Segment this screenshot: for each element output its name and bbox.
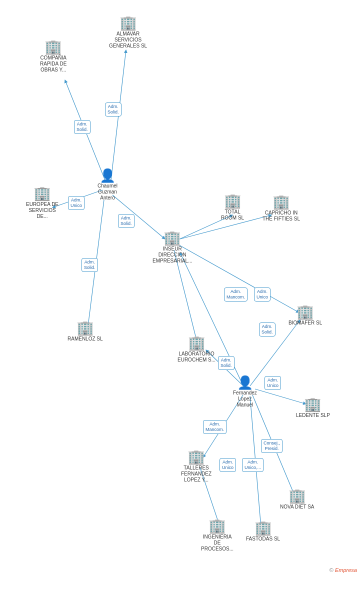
ramenloz-node: 🏢 RAMENLOZ SL bbox=[68, 321, 103, 342]
biomafer-building-icon: 🏢 bbox=[296, 305, 314, 319]
europea-building-icon: 🏢 bbox=[34, 186, 51, 200]
badge-adm-unico-5: Adm.Unico,... bbox=[242, 458, 264, 472]
badge-consej-presid: Consej.,Presid. bbox=[261, 439, 282, 453]
capricho-label: CAPRICHO INTHE FIFTIES SL bbox=[262, 210, 300, 222]
novadiet-label: NOVA DIET SA bbox=[280, 504, 314, 510]
inseur-node: 🏢 INSEURDIRECCIONEMPRESARIAL... bbox=[152, 231, 192, 264]
watermark-copy: © bbox=[330, 567, 334, 573]
ledente-label: LEDENTE SLP bbox=[296, 412, 330, 418]
capricho-building-icon: 🏢 bbox=[272, 195, 290, 209]
laboratorio-label: LABORATORIOEUROCHEM S... bbox=[178, 351, 216, 363]
laboratorio-node: 🏢 LABORATORIOEUROCHEM S... bbox=[178, 336, 216, 363]
totalroom-node: 🏢 TOTALROOM SL bbox=[221, 194, 244, 221]
fastodas-label: FASTODAS SL bbox=[246, 536, 280, 542]
badge-adm-solid-5: Adm.Solid. bbox=[259, 322, 276, 336]
badge-adm-unico-4: Adm.Unico bbox=[220, 458, 236, 472]
badge-adm-unico-2: Adm.Unico bbox=[254, 288, 270, 302]
chaumel-node: 👤 ChaumelGuzmanAntero bbox=[98, 169, 118, 201]
watermark: © Empresa bbox=[330, 567, 357, 573]
ingenieria-node: 🏢 INGENIERIADEPROCESOS... bbox=[201, 519, 234, 552]
ingenieria-building-icon: 🏢 bbox=[208, 519, 226, 533]
badge-adm-mancom-2: Adm.Mancom. bbox=[203, 420, 226, 434]
compania-building-icon: 🏢 bbox=[44, 40, 62, 54]
almavar-label: ALMAVARSERVICIOSGENERALES SL bbox=[109, 31, 147, 49]
watermark-brand: Empresa bbox=[335, 567, 357, 573]
europea-node: 🏢 EUROPEA DESERVICIOSDE... bbox=[26, 186, 58, 220]
ramenloz-building-icon: 🏢 bbox=[76, 321, 94, 335]
ledente-node: 🏢 LEDENTE SLP bbox=[296, 398, 330, 418]
compania-node: 🏢 COMPAÑIARAPIDA DEOBRAS Y... bbox=[40, 40, 66, 73]
badge-adm-solid-4: Adm.Solid. bbox=[82, 258, 98, 272]
chaumel-person-icon: 👤 bbox=[100, 169, 116, 182]
svg-line-8 bbox=[179, 245, 299, 312]
laboratorio-building-icon: 🏢 bbox=[188, 336, 206, 350]
fastodas-building-icon: 🏢 bbox=[254, 521, 272, 535]
fernandez-label: FernandezLopezManuel bbox=[233, 390, 257, 408]
badge-adm-solid-3: Adm.Solid. bbox=[118, 214, 134, 228]
inseur-building-icon: 🏢 bbox=[164, 231, 181, 245]
totalroom-building-icon: 🏢 bbox=[224, 194, 242, 208]
novadiet-building-icon: 🏢 bbox=[288, 489, 306, 503]
inseur-label: INSEURDIRECCIONEMPRESARIAL... bbox=[152, 246, 192, 264]
badge-adm-unico-1: Adm.Unico bbox=[68, 196, 84, 210]
biomafer-node: 🏢 BIOMAFER SL bbox=[288, 305, 322, 326]
fernandez-person-icon: 👤 bbox=[237, 376, 253, 389]
badge-adm-mancom-1: Adm.Mancom. bbox=[224, 288, 248, 302]
svg-line-7 bbox=[174, 250, 198, 344]
almavar-node: 🏢 ALMAVARSERVICIOSGENERALES SL bbox=[109, 16, 147, 49]
talleres-node: 🏢 TALLERESFERNANDEZLOPEZ Y... bbox=[181, 450, 212, 483]
europea-label: EUROPEA DESERVICIOSDE... bbox=[26, 202, 58, 220]
ledente-building-icon: 🏢 bbox=[304, 398, 322, 412]
talleres-building-icon: 🏢 bbox=[188, 450, 205, 464]
capricho-node: 🏢 CAPRICHO INTHE FIFTIES SL bbox=[262, 195, 300, 222]
novadiet-node: 🏢 NOVA DIET SA bbox=[280, 489, 314, 510]
badge-adm-solid-2: Adm.Solid. bbox=[74, 120, 90, 134]
fastodas-node: 🏢 FASTODAS SL bbox=[246, 521, 280, 542]
compania-label: COMPAÑIARAPIDA DEOBRAS Y... bbox=[40, 55, 66, 73]
ramenloz-label: RAMENLOZ SL bbox=[68, 336, 103, 342]
chaumel-label: ChaumelGuzmanAntero bbox=[98, 183, 118, 201]
almavar-building-icon: 🏢 bbox=[120, 16, 137, 30]
badge-adm-solid-6: Adm.Solid. bbox=[218, 356, 234, 370]
ingenieria-label: INGENIERIADEPROCESOS... bbox=[201, 534, 234, 552]
biomafer-label: BIOMAFER SL bbox=[288, 320, 322, 326]
talleres-label: TALLERESFERNANDEZLOPEZ Y... bbox=[181, 465, 212, 483]
badge-adm-unico-3: Adm.Unico bbox=[264, 376, 281, 390]
fernandez-node: 👤 FernandezLopezManuel bbox=[233, 376, 257, 408]
diagram: 🏢 INSEURDIRECCIONEMPRESARIAL... 🏢 ALMAVA… bbox=[0, 0, 364, 580]
totalroom-label: TOTALROOM SL bbox=[221, 209, 244, 221]
badge-adm-solid-1: Adm.Solid. bbox=[105, 102, 122, 116]
